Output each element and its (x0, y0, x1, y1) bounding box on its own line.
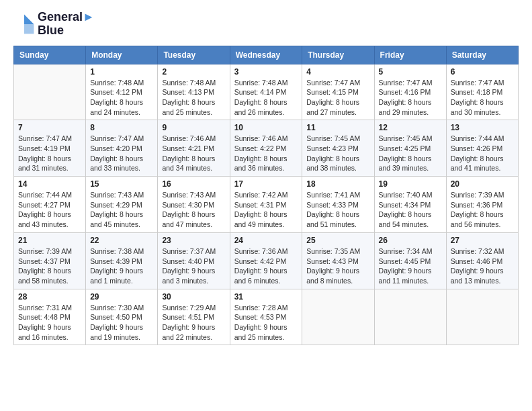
day-header-monday: Monday (86, 46, 158, 64)
sunset-text: Sunset: 4:15 PM (306, 88, 359, 96)
sunrise-text: Sunrise: 7:35 AM (306, 247, 360, 255)
day-info: Sunrise: 7:34 AM Sunset: 4:45 PM Dayligh… (379, 246, 442, 286)
calendar-cell: 8 Sunrise: 7:47 AM Sunset: 4:20 PM Dayli… (86, 120, 158, 177)
day-number: 1 (90, 67, 153, 77)
day-info: Sunrise: 7:44 AM Sunset: 4:26 PM Dayligh… (451, 134, 514, 173)
daylight-text: Daylight: 8 hours and 27 minutes. (306, 98, 359, 116)
calendar-cell: 20 Sunrise: 7:39 AM Sunset: 4:36 PM Dayl… (446, 177, 518, 233)
calendar-cell: 28 Sunrise: 7:31 AM Sunset: 4:48 PM Dayl… (14, 289, 86, 345)
daylight-text: Daylight: 9 hours and 19 minutes. (90, 323, 143, 341)
day-number: 7 (18, 123, 81, 132)
week-row-4: 21 Sunrise: 7:39 AM Sunset: 4:37 PM Dayl… (14, 232, 519, 289)
calendar-cell (374, 289, 446, 345)
daylight-text: Daylight: 8 hours and 45 minutes. (90, 210, 143, 228)
logo-icon (13, 13, 35, 35)
day-number: 28 (18, 292, 81, 302)
logo: General► Blue (13, 11, 95, 38)
calendar-cell: 26 Sunrise: 7:34 AM Sunset: 4:45 PM Dayl… (374, 232, 446, 289)
day-info: Sunrise: 7:45 AM Sunset: 4:23 PM Dayligh… (306, 134, 369, 173)
page-header: General► Blue (13, 11, 519, 38)
day-number: 27 (451, 236, 514, 245)
sunrise-text: Sunrise: 7:47 AM (306, 79, 360, 87)
day-header-tuesday: Tuesday (158, 46, 230, 64)
day-info: Sunrise: 7:37 AM Sunset: 4:40 PM Dayligh… (162, 246, 225, 286)
sunrise-text: Sunrise: 7:36 AM (234, 247, 288, 255)
daylight-text: Daylight: 8 hours and 29 minutes. (379, 98, 432, 116)
day-info: Sunrise: 7:39 AM Sunset: 4:37 PM Dayligh… (18, 246, 81, 286)
sunset-text: Sunset: 4:37 PM (18, 257, 71, 265)
sunset-text: Sunset: 4:45 PM (379, 257, 431, 265)
day-info: Sunrise: 7:38 AM Sunset: 4:39 PM Dayligh… (90, 246, 153, 286)
calendar-cell: 17 Sunrise: 7:42 AM Sunset: 4:31 PM Dayl… (230, 177, 302, 233)
day-number: 23 (162, 236, 225, 245)
daylight-text: Daylight: 8 hours and 36 minutes. (234, 154, 287, 173)
sunset-text: Sunset: 4:19 PM (18, 144, 71, 152)
sunrise-text: Sunrise: 7:45 AM (379, 134, 433, 142)
day-info: Sunrise: 7:29 AM Sunset: 4:51 PM Dayligh… (162, 303, 225, 342)
calendar-cell: 16 Sunrise: 7:43 AM Sunset: 4:30 PM Dayl… (158, 177, 230, 233)
sunset-text: Sunset: 4:29 PM (90, 201, 142, 209)
day-number: 9 (162, 123, 225, 132)
calendar-cell: 27 Sunrise: 7:32 AM Sunset: 4:46 PM Dayl… (446, 232, 518, 289)
svg-marker-0 (24, 14, 34, 24)
day-info: Sunrise: 7:47 AM Sunset: 4:15 PM Dayligh… (306, 78, 369, 118)
day-number: 2 (162, 67, 225, 77)
sunrise-text: Sunrise: 7:37 AM (162, 247, 216, 255)
sunrise-text: Sunrise: 7:34 AM (379, 247, 433, 255)
day-info: Sunrise: 7:35 AM Sunset: 4:43 PM Dayligh… (306, 246, 369, 286)
day-info: Sunrise: 7:42 AM Sunset: 4:31 PM Dayligh… (234, 190, 298, 230)
sunset-text: Sunset: 4:18 PM (451, 88, 503, 96)
daylight-text: Daylight: 9 hours and 22 minutes. (162, 323, 215, 341)
day-number: 20 (451, 179, 514, 189)
calendar-cell (446, 289, 518, 345)
sunrise-text: Sunrise: 7:44 AM (451, 134, 504, 142)
sunrise-text: Sunrise: 7:43 AM (162, 191, 216, 199)
day-number: 24 (234, 236, 298, 245)
daylight-text: Daylight: 8 hours and 34 minutes. (162, 154, 215, 173)
day-number: 18 (306, 179, 369, 189)
week-row-1: 1 Sunrise: 7:48 AM Sunset: 4:12 PM Dayli… (14, 64, 519, 120)
day-number: 21 (18, 236, 81, 245)
day-info: Sunrise: 7:46 AM Sunset: 4:21 PM Dayligh… (162, 134, 225, 173)
sunrise-text: Sunrise: 7:44 AM (18, 191, 72, 199)
sunset-text: Sunset: 4:33 PM (306, 201, 359, 209)
calendar-cell: 13 Sunrise: 7:44 AM Sunset: 4:26 PM Dayl… (446, 120, 518, 177)
sunrise-text: Sunrise: 7:46 AM (162, 134, 216, 142)
sunset-text: Sunset: 4:40 PM (162, 257, 214, 265)
sunset-text: Sunset: 4:34 PM (379, 201, 431, 209)
day-info: Sunrise: 7:44 AM Sunset: 4:27 PM Dayligh… (18, 190, 81, 230)
sunset-text: Sunset: 4:25 PM (379, 144, 431, 152)
day-number: 12 (379, 123, 442, 132)
sunrise-text: Sunrise: 7:43 AM (90, 191, 144, 199)
calendar-cell: 12 Sunrise: 7:45 AM Sunset: 4:25 PM Dayl… (374, 120, 446, 177)
daylight-text: Daylight: 8 hours and 58 minutes. (18, 267, 71, 285)
calendar-cell: 6 Sunrise: 7:47 AM Sunset: 4:18 PM Dayli… (446, 64, 518, 120)
day-number: 31 (234, 292, 298, 302)
daylight-text: Daylight: 8 hours and 49 minutes. (234, 210, 287, 228)
day-number: 11 (306, 123, 369, 132)
week-row-5: 28 Sunrise: 7:31 AM Sunset: 4:48 PM Dayl… (14, 289, 519, 345)
logo-text: General► Blue (38, 11, 95, 38)
sunset-text: Sunset: 4:39 PM (90, 257, 142, 265)
sunset-text: Sunset: 4:13 PM (162, 88, 214, 96)
day-info: Sunrise: 7:46 AM Sunset: 4:22 PM Dayligh… (234, 134, 298, 173)
sunset-text: Sunset: 4:46 PM (451, 257, 503, 265)
day-number: 29 (90, 292, 153, 302)
sunrise-text: Sunrise: 7:42 AM (234, 191, 288, 199)
sunset-text: Sunset: 4:20 PM (90, 144, 142, 152)
day-info: Sunrise: 7:40 AM Sunset: 4:34 PM Dayligh… (379, 190, 442, 230)
calendar-cell (14, 64, 86, 120)
day-info: Sunrise: 7:48 AM Sunset: 4:14 PM Dayligh… (234, 78, 298, 118)
days-header-row: SundayMondayTuesdayWednesdayThursdayFrid… (14, 46, 519, 64)
daylight-text: Daylight: 9 hours and 25 minutes. (234, 323, 287, 341)
sunset-text: Sunset: 4:30 PM (162, 201, 214, 209)
daylight-text: Daylight: 8 hours and 24 minutes. (90, 98, 143, 116)
day-header-sunday: Sunday (14, 46, 86, 64)
sunset-text: Sunset: 4:12 PM (90, 88, 142, 96)
day-number: 19 (379, 179, 442, 189)
daylight-text: Daylight: 8 hours and 56 minutes. (451, 210, 504, 228)
sunrise-text: Sunrise: 7:47 AM (90, 134, 144, 142)
calendar-cell: 30 Sunrise: 7:29 AM Sunset: 4:51 PM Dayl… (158, 289, 230, 345)
daylight-text: Daylight: 8 hours and 54 minutes. (379, 210, 432, 228)
sunset-text: Sunset: 4:31 PM (234, 201, 287, 209)
